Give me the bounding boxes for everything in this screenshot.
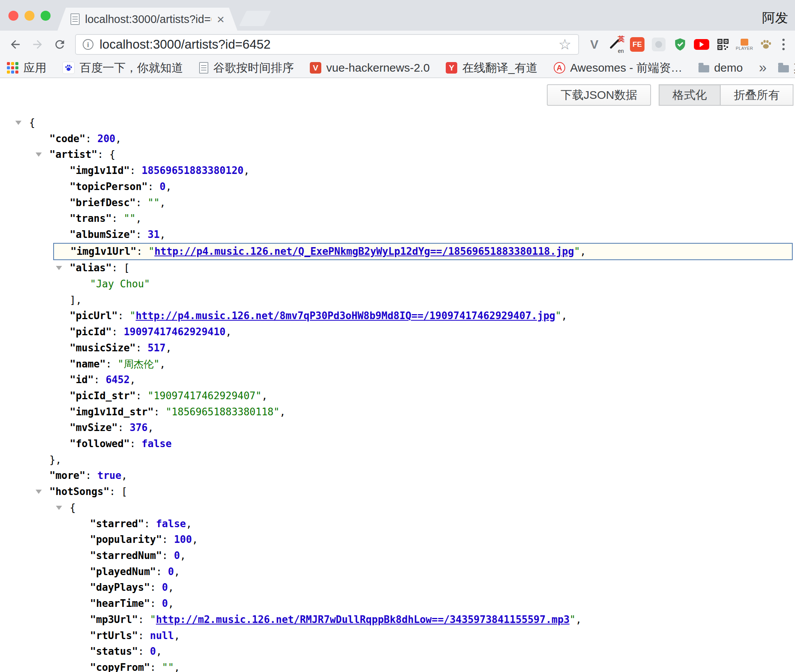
json-line[interactable]: "followed": false — [0, 436, 795, 452]
forward-button[interactable] — [28, 34, 47, 54]
json-line[interactable]: "alias": [ — [0, 260, 795, 276]
json-line[interactable]: "hearTime": 0, — [0, 596, 795, 612]
close-window-button[interactable] — [8, 11, 18, 21]
json-token: "topicPerson" — [70, 181, 148, 192]
json-line[interactable]: "picId": 19097417462929410, — [0, 324, 795, 340]
json-line[interactable]: "more": true, — [0, 468, 795, 484]
json-link[interactable]: http://p4.music.126.net/8mv7qP30Pd3oHW8b… — [136, 310, 555, 321]
collapse-arrow-icon[interactable] — [15, 121, 21, 125]
json-line[interactable]: "dayPlays": 0, — [0, 580, 795, 596]
chrome-menu-icon[interactable] — [777, 35, 790, 54]
json-token: , — [168, 598, 174, 609]
json-token: "starredNum" — [90, 550, 162, 561]
bookmark-label: vue-hackernews-2.0 — [326, 61, 430, 74]
url-text[interactable]: localhost:3000/artists?id=6452 — [100, 37, 552, 52]
bookmark-label: demo — [714, 61, 743, 74]
json-line[interactable]: "starredNum": 0, — [0, 548, 795, 564]
bookmark-label: Awesomes - 前端资… — [570, 60, 682, 76]
back-button[interactable] — [5, 34, 25, 54]
grey-extension-icon[interactable] — [649, 35, 668, 54]
json-token: : — [136, 342, 147, 354]
shield-extension-icon[interactable] — [671, 35, 689, 54]
reload-button[interactable] — [50, 34, 70, 54]
json-line[interactable]: "hotSongs": [ — [0, 484, 795, 500]
extension-icons: V英enFEPLAYER — [585, 35, 775, 54]
json-line[interactable]: "copyFrom": "", — [0, 660, 795, 672]
json-token: "hotSongs" — [49, 486, 110, 497]
paw-extension-icon[interactable] — [757, 35, 775, 54]
format-button[interactable]: 格式化 — [659, 84, 721, 106]
json-token: , — [130, 374, 136, 385]
json-line[interactable]: }, — [0, 452, 795, 468]
bookmark-item[interactable]: Vvue-hackernews-2.0 — [310, 61, 430, 74]
json-line[interactable]: "popularity": 100, — [0, 532, 795, 548]
json-line[interactable]: "rtUrls": null, — [0, 628, 795, 644]
json-line[interactable]: { — [0, 115, 795, 131]
bookmark-item[interactable]: AAwesomes - 前端资… — [554, 60, 682, 76]
json-line[interactable]: { — [0, 500, 795, 516]
json-token: [ — [121, 486, 128, 497]
json-line[interactable]: "albumSize": 31, — [0, 227, 795, 243]
json-line[interactable]: "artist": { — [0, 147, 795, 163]
json-line[interactable]: "musicSize": 517, — [0, 340, 795, 356]
json-link[interactable]: http://p4.music.126.net/Q_ExePNkmgB2yWyL… — [154, 246, 574, 257]
fe-extension-icon[interactable]: FE — [628, 35, 646, 54]
vimium-extension-icon[interactable]: V — [585, 35, 604, 54]
address-bar[interactable]: i localhost:3000/artists?id=6452 ☆ — [75, 34, 579, 55]
json-line[interactable]: "code": 200, — [0, 131, 795, 147]
qr-extension-icon[interactable] — [714, 35, 732, 54]
site-info-icon[interactable]: i — [83, 39, 93, 50]
youtube-extension-icon[interactable] — [692, 35, 711, 54]
bookmark-item[interactable]: Y在线翻译_有道 — [446, 60, 538, 76]
bookmarks-overflow-icon[interactable]: » — [759, 60, 767, 76]
collapse-arrow-icon[interactable] — [56, 266, 62, 270]
json-line[interactable]: "trans": "", — [0, 211, 795, 227]
json-line[interactable]: "Jay Chou" — [0, 276, 795, 292]
bookmark-item[interactable]: demo — [698, 61, 743, 74]
awesomes-icon: A — [554, 62, 565, 74]
json-line[interactable]: ], — [0, 292, 795, 308]
bookmark-star-icon[interactable]: ☆ — [558, 37, 571, 52]
new-tab-button[interactable] — [239, 11, 271, 26]
other-bookmarks-folder[interactable]: 其他书签 — [778, 60, 795, 76]
json-line[interactable]: "starred": false, — [0, 516, 795, 532]
json-token: " — [574, 246, 580, 257]
collapse-arrow-icon[interactable] — [36, 152, 42, 157]
json-token: 0 — [162, 582, 168, 593]
json-link[interactable]: http://m2.music.126.net/RMJR7wDullRqppBk… — [156, 614, 569, 625]
player-extension-icon[interactable]: PLAYER — [735, 35, 754, 54]
bookmark-label: 百度一下，你就知道 — [80, 60, 183, 76]
translate-extension-icon[interactable]: 英en — [607, 35, 625, 54]
json-line[interactable]: "topicPerson": 0, — [0, 179, 795, 195]
json-token: , — [174, 630, 180, 641]
json-line[interactable]: "img1v1Url": "http://p4.music.126.net/Q_… — [53, 243, 793, 261]
tab-close-icon[interactable]: × — [217, 13, 224, 26]
json-line[interactable]: "picUrl": "http://p4.music.126.net/8mv7q… — [0, 308, 795, 324]
window-controls — [8, 11, 51, 21]
collapse-arrow-icon[interactable] — [56, 506, 62, 510]
json-token: " — [150, 614, 156, 625]
json-token: 200 — [97, 133, 115, 144]
json-line[interactable]: "briefDesc": "", — [0, 195, 795, 211]
json-line[interactable]: "mvSize": 376, — [0, 420, 795, 436]
json-line[interactable]: "picId_str": "19097417462929407", — [0, 388, 795, 404]
collapse-all-button[interactable]: 折叠所有 — [721, 84, 793, 106]
json-line[interactable]: "img1v1Id": 18569651883380120, — [0, 163, 795, 179]
bookmark-item[interactable]: 百度一下，你就知道 — [62, 60, 183, 76]
json-line[interactable]: "img1v1Id_str": "18569651883380118", — [0, 404, 795, 420]
profile-name[interactable]: 阿发 — [762, 9, 788, 27]
minimize-window-button[interactable] — [25, 11, 34, 21]
collapse-arrow-icon[interactable] — [36, 490, 42, 494]
json-line[interactable]: "id": 6452, — [0, 372, 795, 388]
json-line[interactable]: "playedNum": 0, — [0, 564, 795, 580]
json-token: , — [576, 614, 582, 625]
bookmark-item[interactable]: 应用 — [7, 60, 46, 76]
bookmark-item[interactable]: 谷歌按时间排序 — [199, 60, 294, 76]
json-line[interactable]: "mp3Url": "http://m2.music.126.net/RMJR7… — [0, 612, 795, 628]
browser-tab[interactable]: localhost:3000/artists?id=645 × — [57, 8, 237, 31]
zoom-window-button[interactable] — [41, 11, 51, 21]
download-json-button[interactable]: 下载JSON数据 — [547, 84, 651, 106]
json-line[interactable]: "name": "周杰伦", — [0, 356, 795, 372]
json-token: : — [106, 358, 118, 370]
json-line[interactable]: "status": 0, — [0, 644, 795, 660]
